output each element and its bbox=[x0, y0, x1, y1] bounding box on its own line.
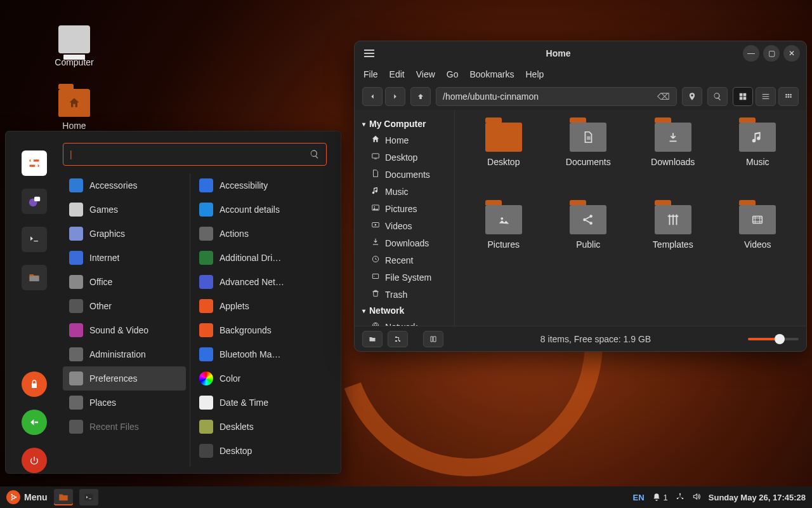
desktop-icon-computer[interactable]: Computer bbox=[39, 25, 109, 67]
notifications-indicator[interactable]: 1 bbox=[652, 493, 668, 502]
sidebar-item-icon bbox=[371, 152, 380, 163]
menu-file[interactable]: File bbox=[363, 69, 378, 79]
svg-point-24 bbox=[679, 493, 681, 494]
rail-power-button[interactable] bbox=[22, 448, 47, 473]
menu-go[interactable]: Go bbox=[447, 69, 459, 79]
task-terminal[interactable] bbox=[79, 489, 98, 505]
preference-item[interactable]: Desklets bbox=[193, 415, 332, 439]
category-item[interactable]: Office bbox=[63, 270, 186, 294]
category-item[interactable]: Places bbox=[63, 391, 186, 415]
menu-help[interactable]: Help bbox=[526, 69, 544, 79]
folder-label: Downloads bbox=[651, 157, 695, 167]
folder-item[interactable]: Documents bbox=[546, 123, 631, 199]
preference-item[interactable]: Account details bbox=[193, 197, 332, 222]
clock[interactable]: Sunday May 26, 17:45:28 bbox=[709, 493, 806, 502]
category-item[interactable]: Accessories bbox=[63, 173, 186, 197]
sidebar-item[interactable]: Pictures bbox=[357, 200, 452, 217]
clear-path-icon[interactable]: ⌫ bbox=[657, 91, 670, 102]
rail-lock-button[interactable] bbox=[22, 371, 47, 397]
sidebar-item[interactable]: Recent bbox=[357, 251, 452, 269]
preference-label: Applets bbox=[219, 301, 249, 311]
sidebar-item[interactable]: Trash bbox=[357, 286, 452, 303]
preference-item[interactable]: Backgrounds bbox=[193, 318, 332, 342]
category-item[interactable]: Other bbox=[63, 294, 186, 318]
sidebar-item[interactable]: File System bbox=[357, 269, 452, 286]
preference-item[interactable]: Advanced Net… bbox=[193, 270, 332, 294]
preference-item[interactable]: Accessibility bbox=[193, 173, 332, 197]
rail-settings-icon[interactable] bbox=[22, 150, 47, 176]
svg-rect-23 bbox=[84, 494, 93, 501]
category-item[interactable]: Preferences bbox=[63, 366, 186, 391]
view-grid-button[interactable] bbox=[733, 87, 753, 106]
status-places-button[interactable] bbox=[362, 331, 383, 347]
folder-item[interactable]: Music bbox=[716, 123, 801, 199]
nav-up-button[interactable] bbox=[410, 87, 431, 106]
folder-item[interactable]: Templates bbox=[631, 205, 716, 281]
maximize-button[interactable]: ▢ bbox=[763, 45, 780, 62]
sidebar-item[interactable]: Videos bbox=[357, 217, 452, 234]
preference-item[interactable]: Color bbox=[193, 366, 332, 391]
rail-logout-button[interactable] bbox=[22, 410, 47, 435]
menubar: FileEditViewGoBookmarksHelp bbox=[355, 65, 806, 83]
sidebar-item[interactable]: Music bbox=[357, 183, 452, 200]
category-item[interactable]: Recent Files bbox=[63, 415, 186, 439]
search-button[interactable] bbox=[707, 87, 728, 106]
status-tree-button[interactable] bbox=[388, 331, 408, 347]
preference-item[interactable]: Date & Time bbox=[193, 391, 332, 415]
category-item[interactable]: Games bbox=[63, 197, 186, 222]
rail-files-icon[interactable] bbox=[22, 265, 47, 290]
category-item[interactable]: Sound & Video bbox=[63, 318, 186, 342]
folder-item[interactable]: Desktop bbox=[461, 123, 546, 199]
keyboard-layout-indicator[interactable]: EN bbox=[633, 493, 645, 502]
category-item[interactable]: Internet bbox=[63, 246, 186, 270]
folder-item[interactable]: Downloads bbox=[631, 123, 716, 199]
search-input[interactable] bbox=[75, 149, 310, 159]
category-item[interactable]: Administration bbox=[63, 342, 186, 366]
menu-button[interactable]: Menu bbox=[6, 490, 48, 504]
close-button[interactable]: ✕ bbox=[783, 45, 800, 62]
rail-chat-icon[interactable] bbox=[22, 189, 47, 214]
folder-item[interactable]: Videos bbox=[716, 205, 801, 281]
preference-icon bbox=[199, 227, 213, 241]
hamburger-icon[interactable] bbox=[361, 45, 377, 62]
preference-icon bbox=[199, 347, 213, 361]
network-indicator[interactable] bbox=[676, 492, 684, 503]
preference-item[interactable]: Actions bbox=[193, 222, 332, 246]
sidebar-item[interactable]: Desktop bbox=[357, 149, 452, 166]
sidebar-item[interactable]: Documents bbox=[357, 166, 452, 183]
sidebar-item-label: Home bbox=[385, 135, 409, 145]
desktop-icon-home[interactable]: Home bbox=[39, 89, 109, 131]
sidebar-item[interactable]: Home bbox=[357, 131, 452, 149]
preference-item[interactable]: Desktop bbox=[193, 439, 332, 463]
nav-back-button[interactable] bbox=[362, 87, 383, 106]
menu-bookmarks[interactable]: Bookmarks bbox=[469, 69, 514, 79]
view-list-button[interactable] bbox=[756, 87, 776, 106]
volume-indicator[interactable] bbox=[692, 492, 701, 503]
window-titlebar[interactable]: Home — ▢ ✕ bbox=[355, 41, 806, 65]
menu-view[interactable]: View bbox=[416, 69, 435, 79]
sidebar-item[interactable]: Downloads bbox=[357, 234, 452, 251]
folder-item[interactable]: Public bbox=[546, 205, 631, 281]
svg-rect-6 bbox=[372, 154, 379, 158]
preference-icon bbox=[199, 251, 213, 265]
path-bar[interactable]: /home/ubuntu-cinnamon ⌫ bbox=[436, 87, 677, 106]
sidebar-section[interactable]: ▾My Computer bbox=[357, 116, 452, 131]
task-files[interactable] bbox=[54, 489, 73, 505]
preference-label: Desktop bbox=[219, 446, 252, 456]
sidebar-section[interactable]: ▾Network bbox=[357, 303, 452, 318]
view-compact-button[interactable] bbox=[778, 87, 799, 106]
preference-item[interactable]: Additional Dri… bbox=[193, 246, 332, 270]
preference-item[interactable]: Bluetooth Ma… bbox=[193, 342, 332, 366]
preference-item[interactable]: Applets bbox=[193, 294, 332, 318]
rail-terminal-icon[interactable] bbox=[22, 227, 47, 252]
sidebar-item[interactable]: Network bbox=[357, 318, 452, 326]
status-sidebar-toggle[interactable] bbox=[423, 331, 443, 347]
nav-forward-button[interactable] bbox=[385, 87, 405, 106]
minimize-button[interactable]: — bbox=[743, 45, 759, 62]
menu-edit[interactable]: Edit bbox=[390, 69, 405, 79]
location-button[interactable] bbox=[682, 87, 702, 106]
folder-item[interactable]: Pictures bbox=[461, 205, 546, 281]
start-menu-search[interactable]: | bbox=[63, 143, 327, 166]
zoom-slider[interactable] bbox=[748, 338, 799, 340]
category-item[interactable]: Graphics bbox=[63, 222, 186, 246]
